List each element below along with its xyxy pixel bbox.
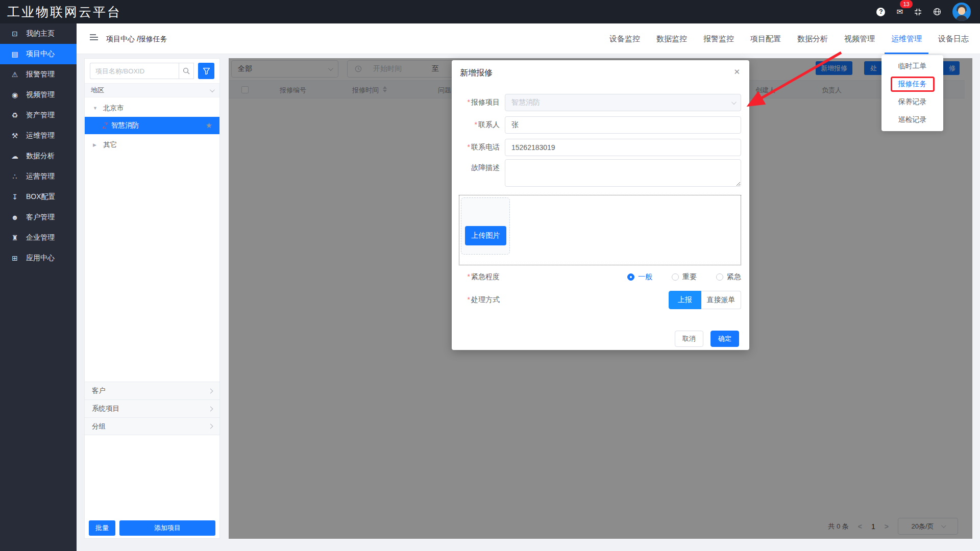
tree-node-selected-project[interactable]: 智慧消防 ★ <box>85 117 219 134</box>
method-report-button[interactable]: 上报 <box>669 291 701 309</box>
mail-icon[interactable]: ✉ 13 <box>896 7 903 16</box>
close-icon[interactable]: ✕ <box>733 67 740 77</box>
field-contact: *联系人 <box>452 116 749 134</box>
confirm-button[interactable]: 确定 <box>710 331 739 347</box>
sidebar-item-ops[interactable]: ⚒运维管理 <box>0 126 77 146</box>
sidebar-item-customer[interactable]: ☻客户管理 <box>0 207 77 228</box>
field-project: *报修项目 智慧消防 <box>452 94 749 111</box>
nav-project-config[interactable]: 项目配置 <box>750 23 781 54</box>
app-title: 工业物联网云平台 <box>7 4 121 20</box>
sidebar-item-alarm[interactable]: ⚠报警管理 <box>0 64 77 85</box>
sidebar-item-project-center[interactable]: ▤项目中心 <box>0 44 77 64</box>
annotation-red-frame: 报修任务 <box>891 77 935 92</box>
recycle-icon: ♻ <box>10 111 19 119</box>
project-select[interactable]: 智慧消防 <box>505 94 741 111</box>
project-tree-panel: 地区 ▼ 北京市 智慧消防 ★ ▶ 其它 客户 系统项目 分组 批量 添加项目 <box>84 58 220 539</box>
nav-video-mgmt[interactable]: 视频管理 <box>844 23 875 54</box>
topbar-actions: ? ✉ 13 <box>876 0 971 23</box>
chevron-right-icon <box>208 388 213 393</box>
avatar[interactable] <box>952 3 971 21</box>
menu-item-inspection-record[interactable]: 巡检记录 <box>881 111 943 129</box>
add-project-button[interactable]: 添加项目 <box>119 520 215 536</box>
sidebar-item-video[interactable]: ◉视频管理 <box>0 85 77 105</box>
field-urgency: *紧急程度 一般 重要 紧急 <box>452 272 749 282</box>
fault-desc-textarea[interactable] <box>505 159 741 187</box>
sidebar-item-home[interactable]: ⊡我的主页 <box>0 23 77 44</box>
users-icon: ☻ <box>10 213 19 221</box>
accordion-group[interactable]: 分组 <box>85 417 219 435</box>
sidebar-item-operation[interactable]: ∴运营管理 <box>0 166 77 187</box>
download-icon: ↧ <box>10 193 19 201</box>
caret-expanded-icon[interactable]: ▼ <box>93 106 98 111</box>
navbar: 项目中心 /报修任务 设备监控 数据监控 报警监控 项目配置 数据分析 视频管理… <box>77 23 980 54</box>
radio-normal[interactable]: 一般 <box>627 272 652 282</box>
modal-header: 新增报修 ✕ <box>452 60 749 83</box>
chevron-down-icon <box>210 87 215 92</box>
field-phone: *联系电话 <box>452 139 749 156</box>
collapse-menu-icon[interactable] <box>90 37 98 38</box>
radio-icon <box>716 273 723 281</box>
nav-device-monitor[interactable]: 设备监控 <box>609 23 640 54</box>
radio-icon <box>627 273 634 281</box>
tree-section-region[interactable]: 地区 <box>85 83 219 97</box>
cancel-button[interactable]: 取消 <box>675 331 703 347</box>
sidebar-item-data-analysis[interactable]: ☁数据分析 <box>0 146 77 166</box>
sidebar-item-asset[interactable]: ♻资产管理 <box>0 105 77 126</box>
breadcrumb: 项目中心 /报修任务 <box>106 23 167 54</box>
tree-node-other[interactable]: ▶ 其它 <box>85 137 219 153</box>
contact-input[interactable] <box>505 116 741 134</box>
batch-button[interactable]: 批量 <box>89 520 115 536</box>
radio-icon <box>672 273 679 281</box>
chevron-down-icon <box>731 99 737 105</box>
menu-item-repair-task[interactable]: 报修任务 <box>881 75 943 93</box>
urgency-radio-group: 一般 重要 紧急 <box>627 272 741 282</box>
org-icon: ♜ <box>10 234 19 242</box>
menu-item-temp-workorder[interactable]: 临时工单 <box>881 57 943 75</box>
sidebar-item-box-config[interactable]: ↧BOX配置 <box>0 187 77 207</box>
caret-collapsed-icon[interactable]: ▶ <box>93 142 98 147</box>
method-toggle-group: 上报 直接派单 <box>669 291 741 309</box>
unlink-icon <box>102 122 108 129</box>
search-button[interactable] <box>179 63 194 79</box>
desktop-icon: ⊡ <box>10 30 19 38</box>
nav-data-analysis[interactable]: 数据分析 <box>797 23 828 54</box>
cloud-icon: ☁ <box>10 152 19 160</box>
required-marker: * <box>468 98 470 106</box>
search-icon <box>183 67 190 74</box>
tree-accordions: 客户 系统项目 分组 <box>85 382 219 435</box>
tree-node-beijing[interactable]: ▼ 北京市 <box>85 101 219 116</box>
globe-icon[interactable] <box>933 8 941 16</box>
topbar: 工业物联网云平台 ? ✉ 13 <box>0 0 980 23</box>
menu-item-maintenance-record[interactable]: 保养记录 <box>881 93 943 111</box>
funnel-icon <box>203 68 210 74</box>
list-icon: ▤ <box>10 50 19 58</box>
radio-important[interactable]: 重要 <box>672 272 697 282</box>
nav-ops-mgmt[interactable]: 运维管理 <box>891 23 922 54</box>
nav-device-log[interactable]: 设备日志 <box>938 23 969 54</box>
accordion-system-project[interactable]: 系统项目 <box>85 399 219 417</box>
phone-input[interactable] <box>505 139 741 156</box>
chevron-right-icon <box>208 424 213 429</box>
field-fault-desc: 故障描述 <box>452 159 749 189</box>
upload-dropzone[interactable]: 上传图片 <box>461 197 510 255</box>
filter-button[interactable] <box>198 63 214 79</box>
star-icon[interactable]: ★ <box>206 121 212 130</box>
nav-data-monitor[interactable]: 数据监控 <box>656 23 687 54</box>
sidebar-item-enterprise[interactable]: ♜企业管理 <box>0 228 77 248</box>
help-icon[interactable]: ? <box>876 8 885 16</box>
sidebar-item-app-center[interactable]: ⊞应用中心 <box>0 248 77 268</box>
sidebar: ⊡我的主页 ▤项目中心 ⚠报警管理 ◉视频管理 ♻资产管理 ⚒运维管理 ☁数据分… <box>0 23 77 551</box>
modal-footer: 取消 确定 <box>452 331 749 347</box>
search-input[interactable] <box>90 63 179 79</box>
mail-badge: 13 <box>900 0 912 8</box>
wrench-icon: ⚒ <box>10 132 19 140</box>
radio-urgent[interactable]: 紧急 <box>716 272 741 282</box>
grid-icon: ⊞ <box>10 254 19 262</box>
compress-icon[interactable] <box>914 8 922 16</box>
accordion-customer[interactable]: 客户 <box>85 382 219 399</box>
chevron-right-icon <box>208 406 213 411</box>
upload-image-button[interactable]: 上传图片 <box>465 226 506 245</box>
nav-alarm-monitor[interactable]: 报警监控 <box>703 23 734 54</box>
method-dispatch-button[interactable]: 直接派单 <box>701 291 741 309</box>
top-nav: 设备监控 数据监控 报警监控 项目配置 数据分析 视频管理 运维管理 设备日志 <box>609 23 969 54</box>
